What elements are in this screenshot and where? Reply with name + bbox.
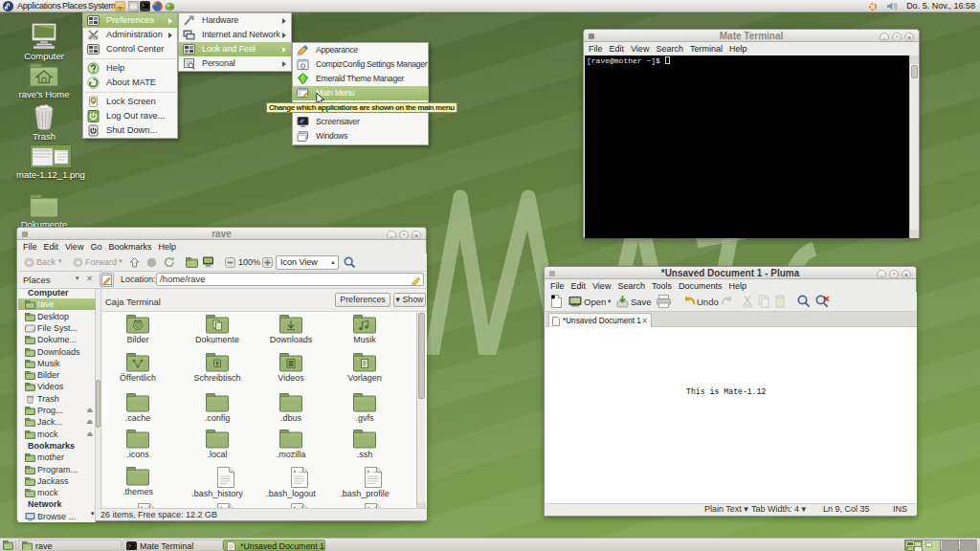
svg-text:# ~/: # ~/ bbox=[368, 470, 378, 474]
svg-text:# ~/: # ~/ bbox=[294, 470, 304, 474]
